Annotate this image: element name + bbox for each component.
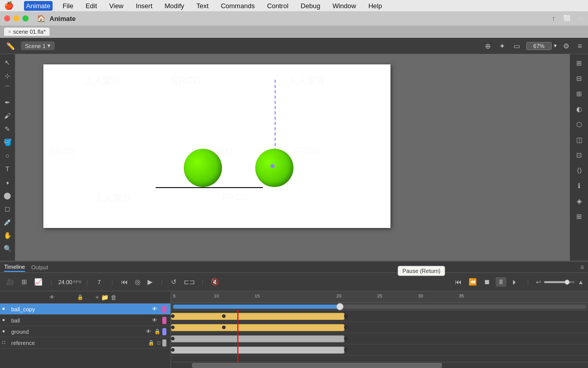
delete-layer-button[interactable]: 🗑	[111, 294, 117, 301]
spritesheet-icon[interactable]: ⊞	[573, 210, 586, 223]
menu-insert[interactable]: Insert	[134, 1, 155, 11]
minimize-window-button[interactable]	[13, 15, 19, 21]
stage[interactable]: 人人素材 RRCG 人人素材 RRCG 人人素材 RRCG 人人素材 RRCG	[43, 64, 390, 228]
motion-editor-icon[interactable]: ⊡	[573, 148, 586, 162]
file-tab[interactable]: × scene 01.fla*	[4, 28, 50, 36]
pause-button[interactable]: ⏸	[496, 277, 506, 287]
onion-skin-button[interactable]: ◎	[133, 277, 142, 287]
pencil-tool[interactable]: ✎	[2, 123, 14, 135]
subselect-tool[interactable]: ⊹	[2, 70, 14, 82]
step-frames-icon[interactable]: ⊞	[19, 277, 29, 287]
rewind-button[interactable]: ⏪	[467, 277, 479, 287]
go-start-button[interactable]: ⏮	[453, 277, 463, 287]
play-icon[interactable]: ▶	[579, 15, 584, 22]
menu-commands[interactable]: Commands	[219, 1, 257, 11]
timeline-menu-icon[interactable]: ≡	[580, 264, 584, 271]
close-window-button[interactable]	[4, 15, 10, 21]
layer-ball-eye[interactable]: 👁	[152, 317, 157, 323]
menu-file[interactable]: File	[61, 1, 76, 11]
menu-view[interactable]: View	[107, 1, 126, 11]
add-layer-button[interactable]: +	[95, 294, 99, 301]
components-icon[interactable]: ⬡	[573, 118, 586, 131]
transform-icon[interactable]: ▭	[511, 41, 522, 51]
snap-to-objects-icon[interactable]: ✦	[497, 41, 507, 51]
menu-control[interactable]: Control	[265, 1, 290, 11]
library-icon[interactable]: ◫	[573, 133, 586, 146]
timeline-tab[interactable]: Timeline	[4, 263, 25, 272]
layer-ball-copy[interactable]: ● ball_copy 👁	[0, 304, 170, 315]
filters-icon[interactable]: ≡	[576, 41, 584, 51]
menu-window[interactable]: Window	[330, 1, 358, 11]
info-icon[interactable]: ℹ	[573, 179, 586, 192]
code-snippets-icon[interactable]: ⟨⟩	[573, 164, 586, 177]
align-icon[interactable]: ⊟	[573, 72, 586, 85]
zoom-input[interactable]	[526, 42, 552, 50]
loop-between-button[interactable]: ⊏⊐	[182, 277, 197, 287]
volume-up-icon[interactable]: ▲	[578, 279, 584, 286]
play-button[interactable]: ⏵	[509, 277, 520, 287]
layer-reference[interactable]: □ reference 🔒 □	[0, 337, 170, 349]
text-tool[interactable]: T	[2, 163, 14, 175]
scrubber-bar[interactable]	[171, 303, 588, 311]
camera-record-icon[interactable]: 🎥	[4, 277, 16, 287]
add-folder-button[interactable]: 📁	[101, 294, 109, 301]
layer-ground[interactable]: ● ground 👁 🔒	[0, 326, 170, 337]
layer-ground-lock[interactable]: 🔒	[154, 329, 160, 334]
frame-counter[interactable]: 7	[93, 279, 105, 285]
transform-panel-icon[interactable]: ⊞	[573, 87, 586, 100]
brush-tool[interactable]: 🖌	[2, 109, 14, 122]
workspace-icon[interactable]: ⬜	[564, 15, 571, 22]
menu-debug[interactable]: Debug	[299, 1, 322, 11]
paint-bucket-tool[interactable]: 🪣	[2, 136, 14, 148]
hand-tool[interactable]: ✋	[2, 229, 14, 241]
layer-ball-copy-eye[interactable]: 👁	[152, 306, 157, 312]
ball-right[interactable]	[255, 149, 293, 187]
menu-text[interactable]: Text	[194, 1, 211, 11]
home-icon[interactable]: 🏠	[37, 14, 45, 22]
volume-slider[interactable]	[544, 281, 575, 283]
zoom-tool[interactable]: 🔍	[2, 242, 14, 255]
stop-button[interactable]: ⏹	[482, 277, 493, 287]
menu-help[interactable]: Help	[366, 1, 384, 11]
graph-icon[interactable]: 📈	[32, 277, 44, 287]
layer-reference-outline[interactable]: □	[157, 340, 160, 346]
scrubber-thumb[interactable]	[336, 303, 344, 310]
select-tool[interactable]: ↖	[2, 56, 14, 68]
tab-close-button[interactable]: ×	[8, 29, 11, 35]
go-to-start-button[interactable]: ⏮	[119, 277, 130, 287]
color-icon[interactable]: ◐	[573, 102, 586, 116]
snap-icon[interactable]: ⊕	[483, 41, 493, 51]
oval-tool[interactable]: ○	[2, 149, 14, 162]
eraser-tool[interactable]: ◻	[2, 202, 14, 215]
properties-panel-icon[interactable]: ⊞	[573, 56, 586, 70]
mute-button[interactable]: 🔇	[209, 277, 221, 287]
step-forward-button[interactable]: ▶	[145, 277, 155, 287]
ball-left[interactable]	[184, 149, 222, 187]
menu-animate[interactable]: Animate	[24, 1, 53, 11]
loop-button[interactable]: ↺	[169, 277, 179, 287]
edit-scene-icon[interactable]: ✏️	[4, 41, 17, 51]
zoom-dropdown-icon[interactable]: ▾	[554, 42, 557, 49]
loop-start-icon[interactable]: ↩	[536, 279, 541, 286]
maximize-window-button[interactable]	[22, 15, 29, 21]
asset-warp-icon[interactable]: ◈	[573, 194, 586, 208]
menu-edit[interactable]: Edit	[84, 1, 99, 11]
horizontal-scrollbar[interactable]	[171, 362, 588, 368]
layer-ground-eye[interactable]: 👁	[146, 329, 151, 334]
scene-selector[interactable]: Scene 1 ▾	[21, 41, 55, 50]
properties-icon[interactable]: ⚙	[561, 41, 572, 51]
camera-tool[interactable]: ⬤	[2, 189, 14, 201]
output-tab[interactable]: Output	[31, 263, 48, 271]
scrubber-track[interactable]	[173, 305, 586, 309]
share-icon[interactable]: ↑	[552, 14, 555, 22]
layer-reference-lock[interactable]: 🔒	[148, 340, 154, 346]
lasso-tool[interactable]: ⌒	[2, 83, 14, 95]
eyedropper-tool[interactable]: 💉	[2, 216, 14, 228]
apple-menu[interactable]: 🍎	[4, 1, 14, 10]
bone-tool[interactable]: ⬧	[2, 176, 14, 188]
horizontal-scroll-thumb[interactable]	[192, 363, 442, 368]
volume-thumb[interactable]	[565, 280, 570, 285]
pen-tool[interactable]: ✒	[2, 96, 14, 108]
layer-ball[interactable]: ● ball 👁	[0, 315, 170, 326]
menu-modify[interactable]: Modify	[163, 1, 186, 11]
